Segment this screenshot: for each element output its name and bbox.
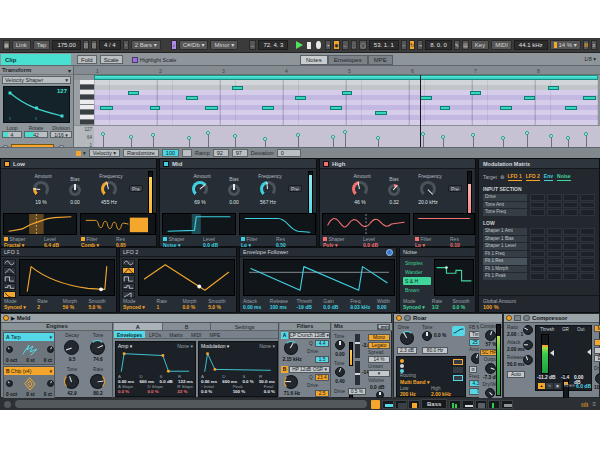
matrix-cell[interactable] bbox=[563, 258, 578, 265]
matrix-cell[interactable] bbox=[530, 194, 545, 201]
spread-value[interactable]: 14 % bbox=[368, 356, 390, 363]
matrix-cell[interactable] bbox=[547, 266, 562, 273]
punch-in-icon[interactable]: ⌐ bbox=[401, 40, 407, 50]
fb-invert-icon[interactable]: ⊘ bbox=[469, 366, 477, 373]
mid-frequency-knob[interactable] bbox=[260, 181, 276, 197]
midi-note[interactable] bbox=[150, 106, 160, 110]
filter-a-type[interactable]: LP Crunch 12dB ▾ bbox=[289, 332, 330, 339]
meter-bars-icon[interactable]: ıılı bbox=[581, 401, 588, 408]
low-shaper-display[interactable] bbox=[3, 213, 77, 235]
lfo1-mode[interactable]: Synced ▾ bbox=[4, 304, 37, 310]
band-mid-activator[interactable] bbox=[163, 161, 169, 167]
beat-time-ruler[interactable]: 1 2 3 4 5 6 7 8 bbox=[74, 66, 600, 75]
mix-volume-knob[interactable] bbox=[376, 391, 384, 398]
mid-filter-display[interactable] bbox=[239, 213, 316, 235]
link-button[interactable]: Link bbox=[12, 40, 31, 50]
lfo-wave-triangle-icon[interactable] bbox=[122, 267, 135, 274]
mod-final[interactable]: 0.0 % bbox=[264, 389, 275, 394]
highlight-scale-checkbox[interactable] bbox=[132, 57, 138, 63]
matrix-cell[interactable] bbox=[547, 251, 562, 258]
midi-note[interactable] bbox=[128, 91, 139, 95]
midi-note[interactable] bbox=[524, 96, 535, 100]
ratio-value[interactable]: 2.00 : 1 bbox=[507, 332, 527, 337]
time-signature[interactable]: 4 / 4 bbox=[99, 40, 121, 50]
envf-attack[interactable]: 0.00 ms bbox=[243, 304, 270, 310]
overdub-icon[interactable]: + bbox=[325, 40, 331, 50]
quantize-menu[interactable]: 2 Bars ▾ bbox=[131, 40, 161, 50]
engine-a-st[interactable]: 0 st bbox=[26, 358, 34, 363]
high-shaper-display[interactable] bbox=[322, 213, 410, 235]
re-enable-automation-icon[interactable]: ← bbox=[342, 40, 349, 50]
filter-b-drive[interactable]: 2.5 bbox=[315, 390, 329, 397]
mix-volume-value[interactable]: 0.0 dB bbox=[370, 385, 390, 390]
filter-a-freq-knob[interactable] bbox=[284, 341, 298, 355]
engine-b-selector[interactable]: B Chip (x4)▾ bbox=[4, 367, 54, 375]
ramp-to-value[interactable]: 97 bbox=[232, 149, 248, 157]
matrix-cell[interactable] bbox=[563, 209, 578, 216]
lfo1-smooth[interactable]: 5.0 % bbox=[88, 304, 114, 310]
loop-value[interactable]: 4 bbox=[2, 131, 22, 138]
high-bias-knob[interactable] bbox=[388, 184, 400, 196]
device-thumbnail[interactable] bbox=[462, 400, 474, 409]
engine-b-rate-value[interactable]: 80.2 bbox=[87, 391, 109, 396]
roar-compress-knob[interactable] bbox=[485, 330, 496, 341]
engine-a-tone-knob[interactable] bbox=[90, 340, 105, 355]
noise-display[interactable] bbox=[434, 259, 474, 296]
engine-b-ct[interactable]: 0 ct bbox=[44, 392, 52, 397]
horizontal-scrollbar[interactable] bbox=[15, 400, 367, 408]
subtab-matrix[interactable]: Matrix bbox=[165, 331, 187, 338]
subtab-midi[interactable]: MIDI bbox=[187, 331, 206, 338]
mix-tone-a-knob[interactable] bbox=[335, 340, 345, 350]
meld-fold-icon[interactable]: ▶ bbox=[11, 315, 15, 321]
transform-tool-selector[interactable]: Velocity Shaper▾ bbox=[2, 76, 71, 84]
band-low-activator[interactable] bbox=[4, 161, 10, 167]
target-none-icon[interactable]: ⊗ bbox=[500, 174, 505, 180]
mod-initial[interactable]: 0.0 % bbox=[201, 389, 212, 394]
noise-type-sh[interactable]: S & H bbox=[403, 277, 431, 285]
output-handle[interactable] bbox=[587, 349, 591, 355]
velocity-lane[interactable]: 127 64 1 bbox=[74, 125, 600, 147]
mod-peak[interactable]: 100 % bbox=[233, 389, 245, 394]
roar-routing-icon[interactable] bbox=[404, 315, 411, 321]
lfo-wave-random-icon[interactable] bbox=[122, 283, 135, 290]
listen-icon[interactable]: ◉ bbox=[554, 383, 561, 389]
high-filter-display[interactable] bbox=[413, 213, 475, 235]
engine-a-decay-value[interactable]: 9.5 bbox=[61, 357, 83, 362]
low-bias-knob[interactable] bbox=[69, 184, 81, 196]
threshold-meter[interactable] bbox=[541, 334, 549, 374]
midi-note[interactable] bbox=[548, 86, 559, 90]
envf-freq[interactable]: 9.03 kHz bbox=[350, 304, 377, 310]
device-thumbnail[interactable] bbox=[488, 400, 500, 409]
mid-shaper-activator[interactable] bbox=[163, 237, 167, 241]
lfo1-morph[interactable]: 59 % bbox=[63, 304, 89, 310]
subtab-envelopes[interactable]: Envelopes bbox=[114, 331, 145, 338]
lfo-wave-sine-icon[interactable] bbox=[122, 259, 135, 266]
filter-a-freq[interactable]: 2.15 kHz bbox=[281, 357, 303, 362]
midi-note[interactable] bbox=[470, 91, 481, 95]
lfo-wave-triangle-icon[interactable] bbox=[3, 267, 16, 274]
meld-tab-settings[interactable]: Settings bbox=[210, 323, 278, 330]
device-thumbnail[interactable] bbox=[501, 400, 513, 409]
compressor-view-icon[interactable] bbox=[523, 315, 530, 321]
engine-b-oct[interactable]: 0 oct bbox=[6, 392, 17, 397]
amp-env-display[interactable] bbox=[116, 350, 195, 374]
matrix-cell[interactable] bbox=[530, 266, 545, 273]
hamburger-menu-icon[interactable]: ≡ bbox=[591, 40, 597, 50]
stage-a-chip[interactable] bbox=[453, 359, 463, 365]
midi-note-grid[interactable] bbox=[94, 80, 598, 125]
lfo-wave-square-icon[interactable] bbox=[3, 275, 16, 282]
noise-type-simplex[interactable]: Simplex bbox=[403, 259, 431, 267]
velocity-shaper-display[interactable]: 127 bbox=[3, 86, 70, 123]
tempo-display[interactable]: 175.00 bbox=[52, 40, 80, 50]
matrix-cell[interactable] bbox=[580, 273, 595, 280]
mid-pre-button[interactable]: Pre bbox=[288, 185, 302, 192]
amp-env-title[interactable]: Amp ▾ bbox=[118, 343, 132, 349]
filter-b-q[interactable]: 23.4 bbox=[315, 374, 329, 381]
subtab-lfos[interactable]: LFOs bbox=[145, 331, 165, 338]
low-shaper-activator[interactable] bbox=[4, 237, 8, 241]
lfo2-mode[interactable]: Synced ▾ bbox=[123, 304, 157, 310]
device-thumbnail[interactable] bbox=[449, 400, 461, 409]
low-filter-activator[interactable] bbox=[81, 237, 85, 241]
engine-b-tone-value[interactable]: 42.9 bbox=[61, 391, 83, 396]
engine-a-decay-knob[interactable] bbox=[64, 340, 79, 355]
